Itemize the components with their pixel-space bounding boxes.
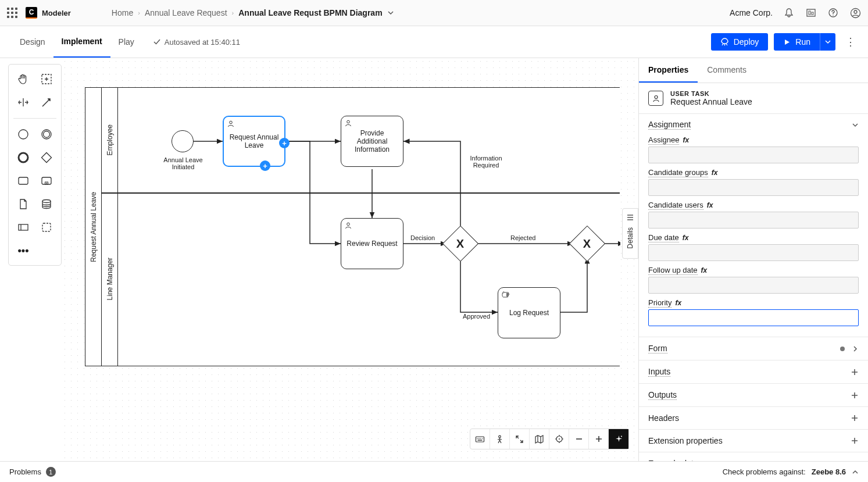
pool-label[interactable]: Request Annual Leave	[85, 88, 102, 366]
tab-play[interactable]: Play	[110, 26, 142, 58]
chevron-up-icon	[852, 469, 859, 476]
gateway-icon[interactable]	[37, 148, 56, 167]
section-extension[interactable]: Extension properties	[639, 429, 868, 452]
problems-toggle[interactable]: Problems 1	[9, 467, 56, 477]
task-request-leave[interactable]: Request Annual Leave + +	[223, 116, 285, 167]
apps-grid-icon[interactable]	[7, 8, 17, 18]
help-icon[interactable]	[827, 7, 839, 19]
breadcrumb-home[interactable]: Home	[112, 8, 133, 17]
hand-tool-icon[interactable]	[13, 69, 33, 89]
start-event-label: Annual Leave Initiated	[160, 156, 206, 170]
rocket-icon	[720, 38, 729, 47]
keyboard-icon[interactable]	[470, 429, 490, 449]
section-form[interactable]: Form	[639, 337, 868, 360]
plus-icon[interactable]	[851, 437, 859, 445]
plus-icon[interactable]	[851, 391, 859, 399]
chevron-down-icon	[852, 460, 859, 461]
subprocess-icon[interactable]	[37, 171, 56, 191]
feedback-icon[interactable]	[805, 7, 817, 19]
plus-icon[interactable]	[851, 368, 859, 376]
play-icon	[783, 38, 791, 46]
svg-point-29	[655, 95, 658, 98]
gateway-merge[interactable]: X	[569, 226, 605, 262]
append-handle-right[interactable]: +	[279, 138, 290, 148]
element-type-icon	[648, 91, 663, 106]
chevron-right-icon	[852, 345, 859, 352]
candidate-users-input[interactable]	[648, 212, 859, 228]
data-object-icon[interactable]	[13, 194, 33, 214]
properties-panel: Properties Comments USER TASK Request An…	[638, 58, 868, 461]
section-inputs[interactable]: Inputs	[639, 360, 868, 383]
element-type-label: USER TASK	[670, 90, 752, 97]
tab-implement[interactable]: Implement	[53, 26, 110, 58]
task-icon[interactable]	[13, 171, 33, 191]
run-button[interactable]: Run	[774, 33, 820, 51]
tab-design[interactable]: Design	[12, 26, 53, 58]
task-log-request[interactable]: Log Request	[498, 287, 560, 338]
gateway-decision[interactable]: X	[442, 226, 478, 262]
more-shapes-icon[interactable]: •••	[13, 241, 33, 260]
svg-point-23	[347, 223, 350, 226]
comments-tab[interactable]: Comments	[698, 58, 756, 83]
fit-viewport-icon[interactable]	[549, 429, 569, 449]
chevron-down-icon[interactable]	[387, 9, 394, 16]
notifications-icon[interactable]	[783, 7, 795, 19]
start-event-icon[interactable]	[13, 124, 33, 144]
app-name: Modeler	[42, 9, 71, 17]
breadcrumb-project[interactable]: Annual Leave Request	[145, 8, 227, 17]
tool-palette: •••	[8, 64, 62, 266]
org-name[interactable]: Acme Corp.	[730, 8, 773, 17]
plus-icon[interactable]	[851, 414, 859, 422]
zoom-in-icon[interactable]	[589, 429, 609, 449]
ai-assist-icon[interactable]	[609, 429, 628, 449]
append-handle-bottom[interactable]: +	[260, 160, 270, 171]
lane-employee[interactable]: Employee	[102, 88, 118, 192]
follow-up-input[interactable]	[648, 277, 859, 294]
run-dropdown-button[interactable]	[820, 33, 835, 51]
group-icon[interactable]	[37, 217, 56, 237]
canvas-tools	[470, 429, 629, 449]
svg-rect-16	[19, 224, 28, 230]
pool-icon[interactable]	[13, 217, 33, 237]
lane-manager[interactable]: Line Manager	[102, 192, 118, 366]
svg-point-21	[230, 121, 233, 124]
dot-indicator-icon	[840, 347, 845, 351]
candidate-groups-input[interactable]	[648, 179, 859, 196]
walkthrough-icon[interactable]	[490, 429, 510, 449]
section-assignment-header[interactable]: Assignment	[639, 114, 868, 135]
fullscreen-icon[interactable]	[510, 429, 530, 449]
svg-point-7	[19, 130, 28, 139]
more-menu-icon[interactable]: ⋮	[845, 35, 856, 48]
start-event[interactable]	[172, 130, 194, 152]
svg-point-15	[42, 200, 51, 203]
assignee-input[interactable]	[648, 147, 859, 163]
priority-input[interactable]	[648, 309, 859, 326]
data-store-icon[interactable]	[37, 194, 56, 214]
end-event-icon[interactable]	[13, 148, 33, 167]
deploy-button[interactable]: Deploy	[711, 33, 769, 51]
svg-rect-24	[476, 437, 484, 442]
section-headers[interactable]: Headers	[639, 406, 868, 429]
breadcrumb-current[interactable]: Annual Leave Requst BPMN Diagram	[238, 8, 382, 17]
properties-tab[interactable]: Properties	[639, 58, 698, 83]
minimap-icon[interactable]	[530, 429, 549, 449]
intermediate-event-icon[interactable]	[37, 124, 56, 144]
zoom-out-icon[interactable]	[569, 429, 589, 449]
user-avatar-icon[interactable]	[849, 7, 861, 19]
svg-point-5	[854, 10, 857, 13]
engine-version-selector[interactable]: Check problems against: Zeebe 8.6	[723, 467, 859, 476]
task-review-request[interactable]: Review Request	[341, 218, 403, 269]
connect-tool-icon[interactable]	[37, 92, 56, 112]
svg-rect-12	[19, 177, 28, 184]
svg-point-28	[621, 435, 622, 437]
due-date-input[interactable]	[648, 244, 859, 261]
space-tool-icon[interactable]	[13, 92, 33, 112]
brand-logo[interactable]: C	[26, 7, 37, 19]
breadcrumb: Home › Annual Leave Request › Annual Lea…	[112, 8, 394, 17]
task-provide-info[interactable]: Provide Additional Information	[341, 116, 403, 167]
section-example-data[interactable]: Example data	[639, 452, 868, 461]
section-outputs[interactable]: Outputs	[639, 383, 868, 406]
details-tab-toggle[interactable]: Details	[622, 208, 638, 259]
lasso-tool-icon[interactable]	[37, 69, 56, 89]
canvas[interactable]: Request Annual Leave Employee Line Manag…	[62, 58, 638, 461]
